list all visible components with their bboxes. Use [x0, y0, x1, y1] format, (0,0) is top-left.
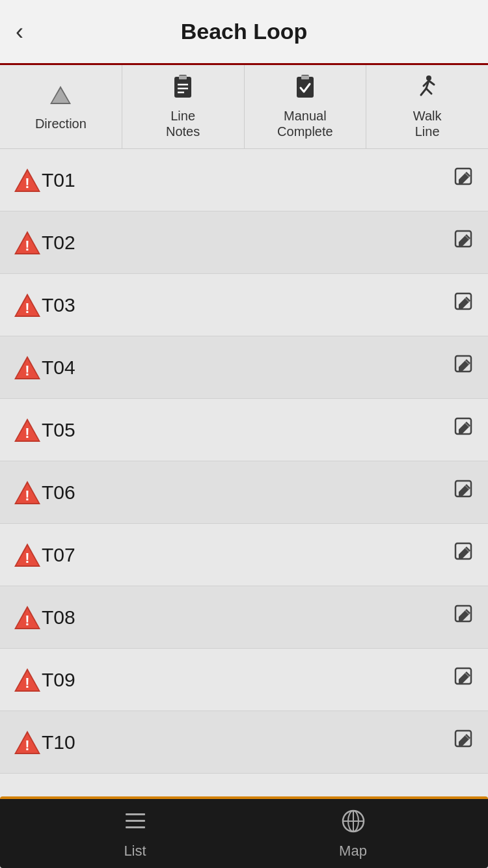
walk-line-icon [414, 74, 441, 104]
svg-line-13 [421, 88, 426, 95]
warning-icon: ! [13, 603, 42, 632]
edit-icon[interactable] [454, 480, 475, 506]
svg-text:!: ! [25, 675, 29, 691]
list-item[interactable]: !T02 [0, 211, 488, 274]
svg-text:!: ! [25, 237, 29, 254]
list-item[interactable]: !T03 [0, 274, 488, 336]
edit-icon[interactable] [454, 604, 475, 631]
edit-icon[interactable] [454, 167, 475, 193]
warning-icon: ! [13, 478, 42, 507]
item-label: T08 [42, 606, 454, 629]
svg-line-14 [426, 88, 431, 94]
svg-text:!: ! [25, 612, 29, 629]
page-title: Beach Loop [181, 19, 308, 44]
svg-rect-4 [179, 75, 187, 79]
svg-rect-69 [126, 826, 145, 828]
svg-text:!: ! [25, 550, 29, 566]
header: ‹ Beach Loop [0, 0, 488, 65]
list-nav-icon [122, 808, 148, 840]
toolbar-item-line-notes[interactable]: LineNotes [122, 65, 245, 148]
warning-icon: ! [13, 666, 42, 694]
nav-item-map[interactable]: Map [244, 808, 462, 860]
list-item[interactable]: !T06 [0, 461, 488, 524]
manual-complete-icon [292, 74, 318, 104]
toolbar-line-notes-label: LineNotes [166, 108, 200, 139]
edit-icon[interactable] [454, 230, 475, 256]
item-label: T09 [42, 669, 454, 691]
item-label: T02 [42, 232, 454, 254]
toolbar-direction-label: Direction [35, 116, 87, 131]
list-item[interactable]: !T08 [0, 586, 488, 649]
item-label: T06 [42, 481, 454, 504]
edit-icon[interactable] [454, 355, 475, 381]
svg-marker-1 [52, 88, 69, 103]
item-label: T05 [42, 419, 454, 441]
svg-text:!: ! [25, 487, 29, 504]
item-label: T01 [42, 169, 454, 191]
svg-rect-2 [174, 77, 191, 98]
svg-text:!: ! [25, 175, 29, 191]
toolbar: Direction LineNotes ManualComplete [0, 65, 488, 149]
svg-line-16 [429, 81, 434, 85]
line-notes-icon [170, 74, 196, 104]
warning-icon: ! [13, 416, 42, 444]
warning-icon: ! [13, 728, 42, 757]
warning-icon: ! [13, 541, 42, 569]
item-label: T07 [42, 544, 454, 566]
list-item[interactable]: !T10 [0, 711, 488, 774]
svg-rect-68 [126, 820, 145, 822]
back-button[interactable]: ‹ [16, 20, 23, 44]
svg-rect-67 [126, 813, 145, 815]
list-item[interactable]: !T01 [0, 149, 488, 211]
toolbar-walk-line-label: WalkLine [413, 108, 442, 139]
map-nav-icon [340, 808, 366, 840]
edit-icon[interactable] [454, 729, 475, 755]
warning-icon: ! [13, 166, 42, 195]
svg-rect-8 [297, 77, 314, 98]
edit-icon[interactable] [454, 667, 475, 693]
warning-icon: ! [13, 228, 42, 257]
svg-text:!: ! [25, 425, 29, 441]
svg-text:!: ! [25, 737, 29, 753]
svg-text:!: ! [25, 362, 29, 379]
toolbar-manual-complete-label: ManualComplete [277, 108, 333, 139]
edit-icon[interactable] [454, 542, 475, 568]
item-label: T04 [42, 357, 454, 379]
edit-icon[interactable] [454, 292, 475, 318]
warning-icon: ! [13, 353, 42, 382]
list-item[interactable]: !T07 [0, 524, 488, 586]
nav-list-label: List [124, 843, 146, 860]
nav-map-label: Map [339, 843, 367, 860]
toolbar-item-walk-line[interactable]: WalkLine [366, 65, 488, 148]
list-item[interactable]: !T05 [0, 399, 488, 461]
toolbar-item-direction[interactable]: Direction [0, 65, 122, 148]
svg-text:!: ! [25, 300, 29, 316]
edit-icon[interactable] [454, 417, 475, 443]
list-item[interactable]: !T04 [0, 336, 488, 399]
nav-item-list[interactable]: List [26, 808, 244, 860]
warning-icon: ! [13, 291, 42, 319]
direction-icon [47, 82, 74, 112]
bottom-nav: List Map [0, 796, 488, 868]
toolbar-item-manual-complete[interactable]: ManualComplete [245, 65, 367, 148]
list-item[interactable]: !T09 [0, 649, 488, 711]
item-label: T03 [42, 294, 454, 316]
items-list: !T01 !T02 !T03 !T04 !T05 !T06 !T07 [0, 149, 488, 845]
item-label: T10 [42, 731, 454, 753]
svg-rect-10 [301, 75, 309, 79]
